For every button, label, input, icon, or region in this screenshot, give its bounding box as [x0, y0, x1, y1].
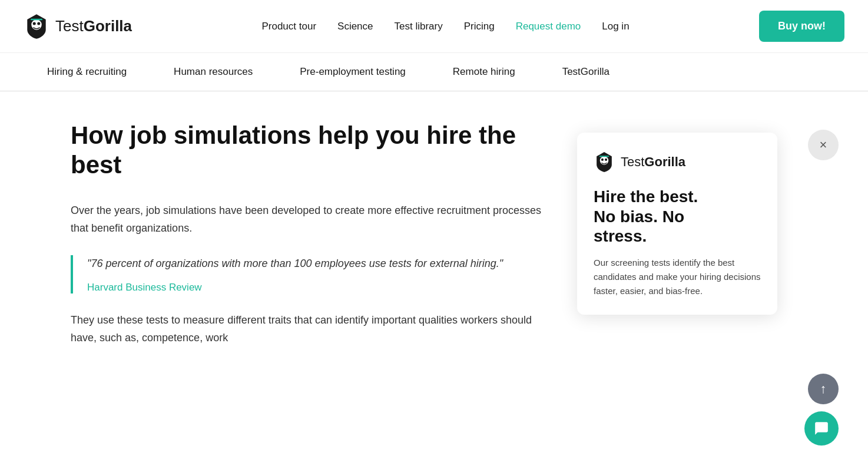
quote-text: "76 percent of organizations with more t…: [87, 255, 542, 272]
logo[interactable]: TestGorilla: [24, 14, 132, 39]
secondary-nav-pre-employment[interactable]: Pre-employment testing: [276, 53, 429, 91]
logo-icon: [24, 14, 49, 39]
card-logo-text: TestGorilla: [621, 154, 685, 170]
nav-science[interactable]: Science: [337, 21, 373, 32]
article: How job simulations help you hire the be…: [71, 121, 542, 365]
card-logo-icon: [594, 151, 615, 173]
sidebar-card: TestGorilla Hire the best. No bias. No s…: [577, 133, 777, 315]
secondary-nav: Hiring & recruiting Human resources Pre-…: [0, 53, 868, 91]
site-header: TestGorilla Product tour Science Test li…: [0, 0, 868, 53]
secondary-nav-hiring-recruiting[interactable]: Hiring & recruiting: [24, 53, 150, 91]
main-content: How job simulations help you hire the be…: [0, 91, 868, 394]
close-button[interactable]: ×: [808, 130, 839, 160]
svg-point-5: [601, 159, 604, 161]
nav-pricing[interactable]: Pricing: [464, 21, 495, 32]
buy-now-button[interactable]: Buy now!: [759, 11, 844, 42]
article-body: They use these tests to measure differen…: [71, 311, 542, 347]
card-logo: TestGorilla: [594, 151, 761, 173]
nav-log-in[interactable]: Log in: [602, 21, 629, 32]
blockquote: "76 percent of organizations with more t…: [71, 255, 542, 293]
svg-rect-3: [31, 18, 42, 20]
card-heading: Hire the best. No bias. No stress.: [594, 187, 761, 246]
svg-point-6: [605, 159, 607, 161]
nav-product-tour[interactable]: Product tour: [261, 21, 316, 32]
card-body: Hire the best. No bias. No stress. Our s…: [594, 187, 761, 298]
quote-source-link[interactable]: Harvard Business Review: [87, 282, 202, 293]
main-nav: Product tour Science Test library Pricin…: [261, 21, 629, 32]
article-intro: Over the years, job simulations have bee…: [71, 202, 542, 237]
secondary-nav-remote-hiring[interactable]: Remote hiring: [429, 53, 539, 91]
secondary-nav-human-resources[interactable]: Human resources: [150, 53, 276, 91]
nav-test-library[interactable]: Test library: [395, 21, 443, 32]
secondary-nav-testgorilla[interactable]: TestGorilla: [539, 53, 633, 91]
nav-request-demo[interactable]: Request demo: [516, 21, 581, 32]
svg-rect-7: [599, 156, 609, 157]
card-description: Our screening tests identify the best ca…: [594, 256, 761, 298]
logo-text: TestGorilla: [55, 17, 132, 35]
article-heading: How job simulations help you hire the be…: [71, 121, 542, 180]
svg-point-2: [37, 22, 40, 25]
svg-point-1: [33, 22, 36, 25]
